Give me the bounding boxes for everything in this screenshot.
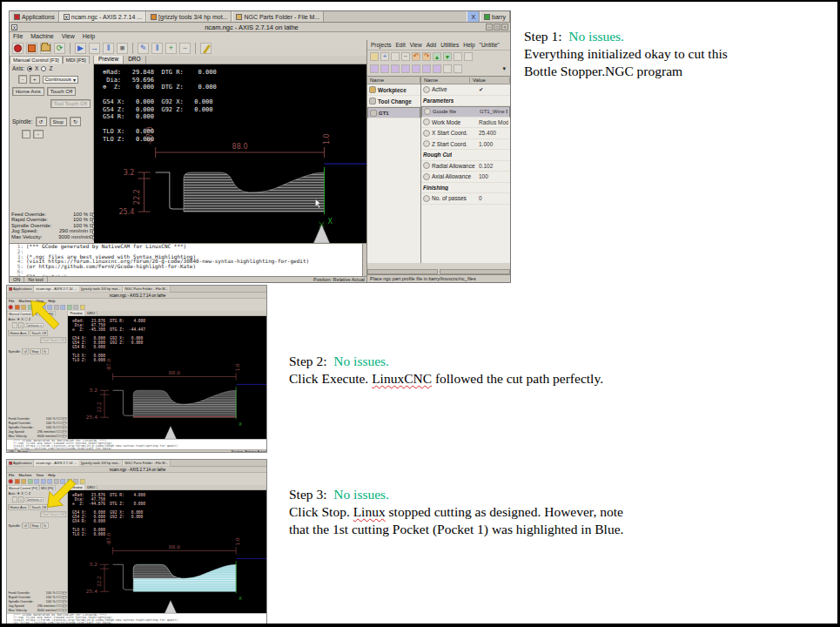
move-up-icon[interactable]: ▲	[433, 52, 441, 61]
spindle-stop-button[interactable]: Stop	[30, 522, 40, 529]
tool-icon-5[interactable]	[412, 64, 420, 73]
open-project-icon[interactable]	[370, 52, 379, 61]
tab-mdi[interactable]: MDI [F5]	[63, 56, 90, 64]
tool-icon-3[interactable]	[391, 64, 400, 73]
jog-plus-button[interactable]: +	[18, 497, 24, 503]
preview-canvas[interactable]: 88.0 -87.0 1.0 3.2 22.2 25.4	[68, 316, 267, 439]
override-slider[interactable]	[57, 601, 67, 603]
remove-icon[interactable]: −	[401, 52, 410, 61]
open-file-button[interactable]	[40, 43, 51, 54]
tab-preview[interactable]: Preview	[68, 311, 85, 316]
tool-touch-off-button[interactable]: Tool Touch Off	[50, 99, 91, 108]
reload-button[interactable]	[28, 479, 33, 484]
taskbar-tab-filemanager[interactable]: NGC Parts Folder - File M...	[123, 286, 171, 293]
tool-icon-4[interactable]	[401, 64, 410, 73]
menu-file[interactable]: File	[13, 33, 23, 39]
gcode-listing[interactable]: (*** GCode generated by NativeCAM for Li…	[7, 613, 267, 624]
param-gcode-file[interactable]: Gcode file GT1_Wine Bottle Stopper_copy	[421, 106, 510, 118]
taskbar-tab-axis[interactable]: ncam.ngc - AXIS 2.7.14 ...	[34, 286, 78, 293]
spindle-cw-button[interactable]: ↻	[42, 522, 48, 529]
estop-button[interactable]	[9, 479, 14, 484]
tool-touch-off-button[interactable]: Tool Touch Off	[41, 512, 66, 518]
spindle-ccw-button[interactable]: ↺	[22, 522, 28, 529]
jog-minus-button[interactable]: -	[18, 75, 27, 84]
tool-icon-7[interactable]	[433, 64, 441, 73]
taskbar-user[interactable]: barry	[480, 11, 510, 22]
tool-icon-1[interactable]	[370, 64, 379, 73]
home-axis-button[interactable]: Home Axis	[9, 504, 29, 510]
axis-x-radio[interactable]	[17, 318, 20, 320]
touch-off-button[interactable]: Touch Off	[47, 87, 77, 96]
param-axial-allowance[interactable]: Axial Allowance 100	[421, 172, 510, 183]
redo-icon[interactable]: ↷	[422, 52, 431, 61]
taskbar-tab-browser[interactable]: [grizzly tools 3/4 hp mot...	[79, 460, 123, 467]
menu-help[interactable]: Help	[463, 42, 474, 48]
tab-manual-control[interactable]: Manual Control [F3]	[10, 56, 63, 64]
override-slider[interactable]	[57, 597, 67, 598]
override-slider[interactable]	[57, 610, 67, 611]
tool-icon-2[interactable]	[380, 64, 389, 73]
menu-view[interactable]: View	[62, 33, 75, 39]
menu-utilities[interactable]: Utilities	[440, 42, 459, 48]
column-header-value[interactable]: Value	[470, 78, 510, 83]
duplicate-icon[interactable]	[391, 52, 400, 61]
machine-power-button[interactable]	[26, 43, 37, 54]
reload-button[interactable]: ⟳	[54, 43, 65, 54]
spindle-plus-button[interactable]: +	[33, 130, 44, 138]
menu-add[interactable]: Add	[427, 42, 437, 48]
tree-item-workpiece[interactable]: Workpiece	[367, 84, 420, 96]
column-header-name[interactable]: Name	[367, 78, 420, 83]
column-header-name2[interactable]: Name	[421, 78, 470, 83]
axis-z-radio[interactable]	[24, 492, 27, 495]
machine-power-button[interactable]	[15, 479, 20, 484]
zoom-in-button[interactable]: +	[165, 43, 177, 54]
jog-mode-select[interactable]: Continuous▾	[25, 498, 44, 502]
tab-dro[interactable]: DRO	[85, 311, 97, 316]
minimize-button[interactable]: –	[486, 24, 493, 30]
tree-item-tool-change[interactable]: Tool Change	[367, 96, 420, 107]
taskbar-x-button[interactable]: X	[467, 11, 480, 22]
machine-power-button[interactable]	[15, 305, 20, 310]
spindle-cw-button[interactable]: ↻	[42, 348, 48, 354]
taskbar-tab-filemanager[interactable]: NGC Parts Folder - File M...	[232, 11, 324, 22]
estop-button[interactable]	[12, 43, 24, 54]
jog-plus-button[interactable]: +	[30, 75, 40, 84]
axis-z-radio[interactable]	[41, 66, 46, 71]
axis-x-radio[interactable]	[17, 492, 20, 495]
param-z-start[interactable]: Z Start Coord. 1.000	[421, 139, 510, 151]
collapse-icon[interactable]	[454, 52, 462, 61]
param-active[interactable]: Active ✔	[421, 84, 510, 96]
open-file-button[interactable]	[22, 305, 27, 310]
zoom-in-button[interactable]	[67, 305, 72, 310]
taskbar-tab-filemanager[interactable]: NGC Parts Folder - File M...	[123, 460, 171, 467]
expand-icon[interactable]	[464, 52, 473, 61]
param-work-mode[interactable]: Work Mode Radius Mode Only Chg Workpie	[421, 118, 510, 129]
applications-menu[interactable]: Applications	[7, 460, 34, 467]
tab-dro[interactable]: DRO	[124, 56, 145, 64]
tool-icon-6[interactable]	[422, 64, 431, 73]
menu-view[interactable]: View	[410, 42, 422, 48]
zoom-out-button[interactable]	[74, 305, 79, 310]
spindle-ccw-button[interactable]: ↺	[36, 117, 47, 126]
menu-help[interactable]: Help	[83, 33, 95, 39]
param-passes[interactable]: No. of passes 0	[421, 193, 510, 205]
optional-pause-button[interactable]: ‖	[151, 43, 163, 54]
override-slider[interactable]	[57, 422, 67, 424]
tool-icon-8[interactable]	[443, 64, 452, 73]
gcode-listing[interactable]: (*** GCode generated by NativeCAM for Li…	[7, 439, 267, 449]
menu-edit[interactable]: Edit	[395, 42, 405, 48]
axis-z-radio[interactable]	[24, 318, 27, 320]
override-slider[interactable]	[57, 431, 67, 433]
spindle-stop-button[interactable]: Stop	[30, 348, 40, 354]
spindle-stop-button[interactable]: Stop	[50, 118, 67, 126]
run-button[interactable]	[35, 479, 40, 484]
param-radial-allowance[interactable]: Radial Allowance 0.102	[421, 161, 510, 172]
maximize-button[interactable]: □	[494, 24, 501, 30]
stop-button[interactable]: ■	[117, 43, 128, 54]
taskbar-tab-browser[interactable]: [grizzly tools 3/4 hp mot...	[79, 286, 123, 293]
run-button[interactable]: ▶	[75, 43, 86, 54]
close-button[interactable]: ×	[501, 24, 508, 30]
param-x-start[interactable]: X Start Coord. 25.400	[421, 128, 510, 139]
jog-mode-select[interactable]: Continuous ▾	[43, 76, 78, 84]
step-button[interactable]: →	[89, 43, 100, 54]
